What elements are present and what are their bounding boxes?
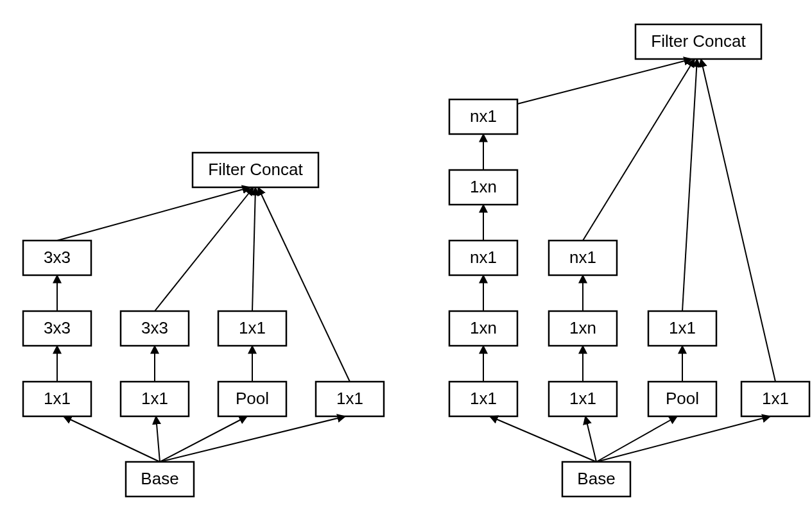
- left-base-label: Base: [141, 469, 178, 488]
- right-c1-n0-label: 1x1: [470, 389, 497, 408]
- left-c1-n1: 3x3: [23, 311, 91, 346]
- right-c3-n0: Pool: [648, 382, 716, 416]
- right-c1-n1-label: 1xn: [470, 318, 497, 337]
- right-c1-n3: 1xn: [449, 170, 517, 205]
- right-c1-n3-label: 1xn: [470, 177, 497, 196]
- left-c1-n2-label: 3x3: [44, 248, 71, 267]
- edge-right-base-c4: [596, 416, 770, 462]
- left-c1-n0-label: 1x1: [44, 389, 71, 408]
- edge-left-c1-concat: [57, 187, 250, 241]
- left-diagram: Base 1x1 3x3 3x3 1x1 3x3 Pool: [23, 153, 384, 496]
- edge-right-c1-concat: [517, 59, 692, 104]
- edge-left-base-c2: [156, 416, 160, 462]
- edge-right-base-c3: [596, 416, 677, 462]
- edge-left-base-c4: [160, 416, 345, 462]
- edge-left-c3-concat: [252, 187, 255, 311]
- edge-right-base-c2: [585, 416, 596, 462]
- left-concat: Filter Concat: [193, 153, 318, 187]
- right-c3-n1-label: 1x1: [669, 318, 696, 337]
- left-c4-n0-label: 1x1: [336, 389, 363, 408]
- left-c3-n0: Pool: [218, 382, 286, 416]
- left-c1-n0: 1x1: [23, 382, 91, 416]
- edge-right-c2-concat: [583, 59, 695, 241]
- right-c4-n0-label: 1x1: [762, 389, 789, 408]
- left-c1-n1-label: 3x3: [44, 318, 71, 337]
- right-c1-n1: 1xn: [449, 311, 517, 346]
- right-c3-n1: 1x1: [648, 311, 716, 346]
- diagram-canvas: Base 1x1 3x3 3x3 1x1 3x3 Pool: [0, 0, 812, 526]
- right-concat-label: Filter Concat: [651, 31, 746, 51]
- right-base: Base: [562, 462, 630, 496]
- right-diagram: Base 1x1 1xn nx1 1xn nx1 1x1: [449, 24, 809, 496]
- edge-left-base-c3: [160, 416, 247, 462]
- left-c1-n2: 3x3: [23, 241, 91, 275]
- left-c3-n0-label: Pool: [236, 389, 269, 408]
- left-base: Base: [126, 462, 194, 496]
- left-c2-n1: 3x3: [121, 311, 189, 346]
- right-c1-n2-label: nx1: [470, 248, 497, 267]
- right-c1-n2: nx1: [449, 241, 517, 275]
- edge-left-base-c1: [64, 416, 160, 462]
- right-concat: Filter Concat: [635, 24, 761, 59]
- edge-left-c4-concat: [258, 187, 350, 382]
- edge-left-c2-concat: [155, 187, 254, 311]
- right-c2-n1: 1xn: [549, 311, 617, 346]
- edge-right-c3-concat: [682, 59, 697, 311]
- right-c3-n0-label: Pool: [666, 389, 699, 408]
- left-c2-n1-label: 3x3: [141, 318, 168, 337]
- left-c2-n0-label: 1x1: [141, 389, 168, 408]
- right-base-label: Base: [577, 469, 615, 488]
- right-c1-n4-label: nx1: [470, 106, 497, 126]
- left-c3-n1: 1x1: [218, 311, 286, 346]
- right-c2-n1-label: 1xn: [569, 318, 596, 337]
- left-concat-label: Filter Concat: [208, 160, 303, 179]
- left-c2-n0: 1x1: [121, 382, 189, 416]
- right-c2-n0-label: 1x1: [569, 389, 596, 408]
- right-c2-n2-label: nx1: [569, 248, 596, 267]
- right-c4-n0: 1x1: [741, 382, 809, 416]
- right-c2-n0: 1x1: [549, 382, 617, 416]
- right-c2-n2: nx1: [549, 241, 617, 275]
- edge-right-base-c1: [490, 416, 596, 462]
- right-c1-n4: nx1: [449, 99, 517, 134]
- left-c4-n0: 1x1: [316, 382, 384, 416]
- left-c3-n1-label: 1x1: [239, 318, 266, 337]
- right-c1-n0: 1x1: [449, 382, 517, 416]
